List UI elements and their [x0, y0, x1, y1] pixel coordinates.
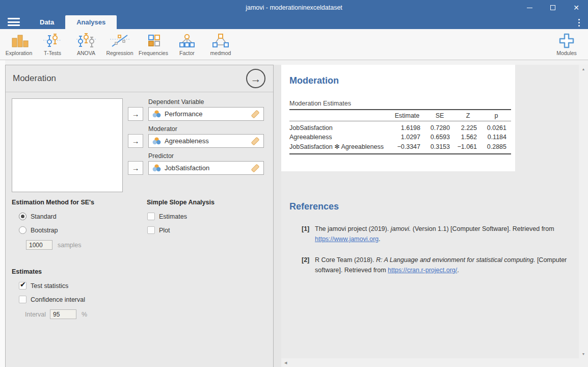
- factor-tree-icon: [177, 32, 197, 49]
- ribbon-label: Regression: [106, 50, 133, 56]
- section-title-estimates: Estimates: [12, 268, 264, 275]
- scroll-left-icon[interactable]: ◀: [284, 361, 287, 365]
- ribbon-label: Frequencies: [139, 50, 168, 56]
- ribbon-item-frequencies[interactable]: Frequencies: [137, 29, 170, 60]
- variable-name: Agreeableness: [165, 137, 251, 145]
- continuous-ruler-icon: [251, 137, 260, 146]
- column-header-p: p: [482, 110, 511, 121]
- table-row: JobSatisfaction ✻ Agreeableness −0.3347 …: [289, 142, 511, 154]
- mediation-diagram-icon: [210, 32, 231, 49]
- table-row: Agreeableness 1.0297 0.6593 1.562 0.1184: [289, 133, 511, 142]
- radio-standard[interactable]: Standard: [19, 213, 140, 220]
- dependent-variable-field[interactable]: Performance: [148, 107, 264, 121]
- collapse-panel-button[interactable]: →: [246, 69, 265, 88]
- assign-arrow-button[interactable]: →: [128, 161, 143, 175]
- bootstrap-samples-input[interactable]: [26, 240, 52, 250]
- radio-icon: [19, 226, 26, 234]
- ribbon-item-factor[interactable]: Factor: [170, 29, 204, 60]
- references-section: References [1] The jamovi project (2019)…: [281, 201, 579, 275]
- analysis-options-panel: Moderation → Dependent Variable →: [5, 65, 274, 367]
- vertical-scrollbar[interactable]: ▲ ▼: [579, 65, 588, 358]
- predictor-field[interactable]: JobSatisfaction: [148, 161, 264, 175]
- percent-label: %: [82, 311, 87, 318]
- results-panel: Moderation Moderation Estimates Estimate…: [281, 65, 579, 358]
- ribbon-item-anova[interactable]: ANOVA: [69, 29, 103, 60]
- field-group-moderator: Moderator → Agreeableness: [128, 125, 264, 148]
- horizontal-scrollbar[interactable]: ◀: [281, 358, 579, 367]
- assign-arrow-button[interactable]: →: [128, 134, 143, 148]
- ribbon-item-medmod[interactable]: medmod: [204, 29, 237, 60]
- column-header-z: Z: [455, 110, 482, 121]
- field-group-dependent: Dependent Variable → Performance: [128, 98, 264, 121]
- scroll-up-icon[interactable]: ▲: [579, 67, 588, 71]
- field-label: Moderator: [148, 125, 264, 133]
- window-title: jamovi - moderationinexceldataset: [0, 4, 588, 11]
- hamburger-menu-icon[interactable]: [8, 18, 20, 26]
- reference-link[interactable]: https://cran.r-project.org/: [388, 267, 457, 274]
- ribbon-item-modules[interactable]: Modules: [548, 29, 585, 60]
- scroll-down-icon[interactable]: ▼: [579, 352, 588, 356]
- section-title-simple-slope: Simple Slope Analysis: [147, 199, 264, 206]
- tab-analyses[interactable]: Analyses: [65, 15, 117, 29]
- close-button[interactable]: ✕: [565, 0, 588, 15]
- panel-splitter[interactable]: [274, 65, 281, 367]
- close-icon: ✕: [573, 4, 579, 11]
- tab-data[interactable]: Data: [29, 15, 65, 29]
- scatter-line-icon: [110, 32, 130, 49]
- reference-text: R Core Team (2018). R: A Language and en…: [315, 255, 572, 275]
- results-card-moderation[interactable]: Moderation Moderation Estimates Estimate…: [281, 65, 515, 171]
- kebab-menu-icon[interactable]: [578, 19, 580, 27]
- radio-bootstrap[interactable]: Bootstrap: [19, 226, 140, 234]
- error-bars-three-icon: [76, 32, 96, 49]
- maximize-icon: [550, 5, 555, 10]
- samples-label: samples: [58, 242, 82, 249]
- ribbon-item-exploration[interactable]: Exploration: [2, 29, 36, 60]
- moderator-field[interactable]: Agreeableness: [148, 134, 264, 148]
- table-caption: Moderation Estimates: [289, 100, 515, 107]
- checkbox-icon: [147, 226, 155, 234]
- bar-chart-icon: [9, 32, 29, 49]
- checkbox-icon: [19, 282, 26, 290]
- ribbon-label: T-Tests: [44, 50, 61, 56]
- interval-input[interactable]: [50, 309, 76, 319]
- window-controls: ✕: [518, 0, 588, 15]
- titlebar: jamovi - moderationinexceldataset ✕: [0, 0, 588, 15]
- column-header-estimate: Estimate: [389, 110, 425, 121]
- continuous-ruler-icon: [251, 110, 260, 119]
- moderation-estimates-table: Estimate SE Z p JobSatisfaction 1.6198 0…: [289, 109, 511, 154]
- ribbon-item-regression[interactable]: Regression: [103, 29, 137, 60]
- continuous-ruler-icon: [251, 164, 260, 173]
- checkbox-test-statistics[interactable]: Test statistics: [19, 282, 264, 290]
- options-body: Dependent Variable → Performance: [6, 92, 273, 319]
- maximize-button[interactable]: [541, 0, 565, 15]
- ribbon-label: Modules: [556, 50, 577, 56]
- checkbox-icon: [19, 296, 26, 303]
- reference-link[interactable]: https://www.jamovi.org: [315, 235, 379, 243]
- assign-arrow-button[interactable]: →: [128, 107, 143, 121]
- ribbon-label: ANOVA: [77, 50, 95, 56]
- field-label: Dependent Variable: [148, 98, 264, 106]
- scrollbar-corner: [579, 358, 588, 367]
- variable-name: Performance: [165, 110, 251, 118]
- reference-text: The jamovi project (2019). jamovi. (Vers…: [315, 224, 572, 244]
- reference-index: [2]: [302, 255, 315, 275]
- reference-item: [1] The jamovi project (2019). jamovi. (…: [289, 224, 579, 244]
- variable-supplier-listbox[interactable]: [12, 98, 123, 192]
- variable-type-icon: [152, 164, 161, 172]
- ribbon-item-ttests[interactable]: T-Tests: [36, 29, 69, 60]
- options-panel-title: Moderation: [13, 73, 56, 84]
- error-bars-two-icon: [42, 32, 63, 49]
- reference-item: [2] R Core Team (2018). R: A Language an…: [289, 255, 579, 275]
- table-row: JobSatisfaction 1.6198 0.7280 2.225 0.02…: [289, 121, 511, 133]
- minimize-button[interactable]: [518, 0, 541, 15]
- variable-name: JobSatisfaction: [165, 164, 251, 172]
- field-group-predictor: Predictor → JobSatisfaction: [128, 152, 264, 175]
- radio-icon: [19, 213, 26, 220]
- checkbox-confidence-interval[interactable]: Confidence interval: [19, 296, 264, 303]
- variable-type-icon: [152, 137, 161, 145]
- checkbox-plot[interactable]: Plot: [147, 226, 264, 234]
- section-title-estimation-method: Estimation Method for SE's: [12, 199, 140, 206]
- checkbox-estimates[interactable]: Estimates: [147, 213, 264, 220]
- analyses-ribbon: Exploration T-Tests: [0, 29, 588, 60]
- reference-index: [1]: [302, 224, 315, 244]
